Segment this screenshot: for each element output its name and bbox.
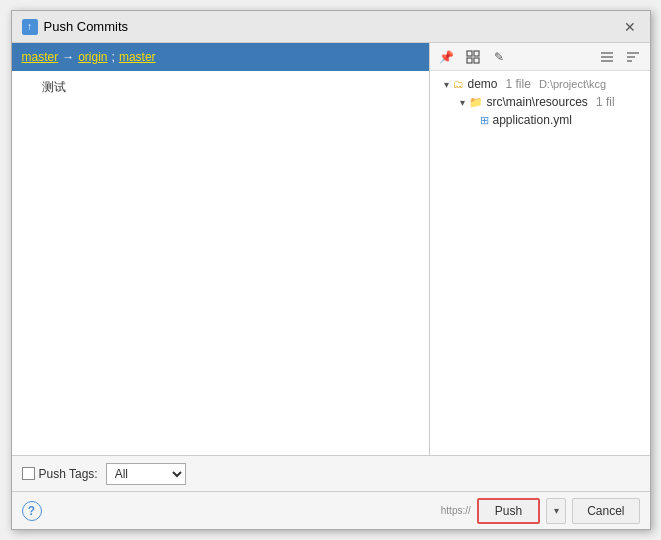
push-tags-dropdown[interactable]: All None — [106, 463, 186, 485]
file-tree: ▾ 🗂 demo 1 file D:\project\kcg ▾ 📁 src\m… — [430, 71, 650, 455]
svg-rect-3 — [474, 58, 479, 63]
svg-rect-1 — [474, 51, 479, 56]
right-panel: 📌 ✎ — [430, 43, 650, 455]
folder-resources-icon: 📁 — [469, 96, 483, 109]
push-tags-checkbox[interactable] — [22, 467, 35, 480]
toolbar-right-icons — [596, 46, 644, 68]
commit-item[interactable]: 测试 — [12, 75, 429, 100]
sort-button[interactable] — [622, 46, 644, 68]
folder-icon: 🗂 — [453, 78, 464, 90]
bottom-bar: Push Tags: All None — [12, 455, 650, 491]
remote-link[interactable]: origin — [78, 50, 107, 64]
cancel-button[interactable]: Cancel — [572, 498, 639, 524]
grid-button[interactable] — [462, 46, 484, 68]
right-toolbar: 📌 ✎ — [430, 43, 650, 71]
footer-right: https:// Push ▾ Cancel — [441, 498, 640, 524]
footer-url-text: https:// — [441, 505, 471, 516]
source-branch-link[interactable]: master — [22, 50, 59, 64]
footer: ? https:// Push ▾ Cancel — [12, 491, 650, 529]
tree-item-resources[interactable]: ▾ 📁 src\main\resources 1 fil — [430, 93, 650, 111]
align-button[interactable] — [596, 46, 618, 68]
yml-file-icon: ⊞ — [480, 114, 489, 127]
push-commits-dialog: ↑ Push Commits ✕ master → origin ; maste… — [11, 10, 651, 530]
branch-bar: master → origin ; master — [12, 43, 429, 71]
push-button[interactable]: Push — [477, 498, 540, 524]
title-bar: ↑ Push Commits ✕ — [12, 11, 650, 43]
file-application-yml-label: application.yml — [493, 113, 572, 127]
commits-list: 测试 — [12, 71, 429, 455]
chevron-down-icon-2: ▾ — [460, 97, 465, 108]
folder-demo-label: demo — [468, 77, 498, 91]
close-button[interactable]: ✕ — [620, 17, 640, 37]
svg-rect-2 — [467, 58, 472, 63]
folder-resources-count: 1 fil — [596, 95, 615, 109]
tree-item-application-yml[interactable]: ⊞ application.yml — [430, 111, 650, 129]
folder-demo-path: D:\project\kcg — [539, 78, 606, 90]
svg-rect-0 — [467, 51, 472, 56]
push-commits-icon: ↑ — [22, 19, 38, 35]
tree-item-demo[interactable]: ▾ 🗂 demo 1 file D:\project\kcg — [430, 75, 650, 93]
chevron-down-icon: ▾ — [444, 79, 449, 90]
folder-demo-count: 1 file — [506, 77, 531, 91]
push-tags-group: Push Tags: — [22, 467, 98, 481]
left-panel: master → origin ; master 测试 — [12, 43, 430, 455]
help-button[interactable]: ? — [22, 501, 42, 521]
folder-resources-label: src\main\resources — [487, 95, 588, 109]
main-content: master → origin ; master 测试 📌 — [12, 43, 650, 455]
edit-button[interactable]: ✎ — [488, 46, 510, 68]
dialog-title: Push Commits — [44, 19, 129, 34]
title-bar-left: ↑ Push Commits — [22, 19, 129, 35]
toolbar-left-icons: 📌 ✎ — [436, 46, 510, 68]
push-tags-label-text: Push Tags: — [39, 467, 98, 481]
footer-left: ? — [22, 501, 42, 521]
branch-arrow: → — [62, 50, 74, 64]
target-branch-link[interactable]: master — [119, 50, 156, 64]
push-dropdown-arrow[interactable]: ▾ — [546, 498, 566, 524]
pin-button[interactable]: 📌 — [436, 46, 458, 68]
branch-separator: ; — [112, 50, 115, 64]
